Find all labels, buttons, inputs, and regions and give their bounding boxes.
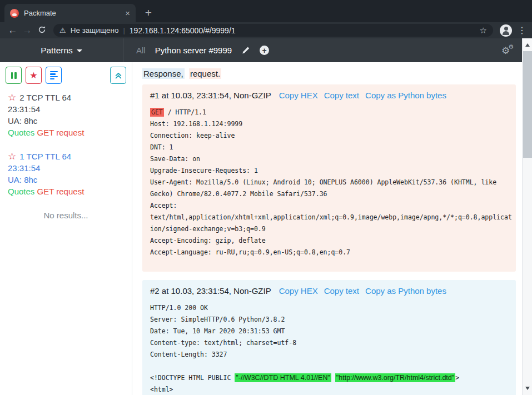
add-channel-icon[interactable]: +: [260, 46, 269, 55]
copy-python-bytes-link[interactable]: Copy as Python bytes: [365, 286, 446, 296]
channel-tabs: All Python server #9999 +: [123, 46, 501, 55]
copy-python-bytes-link[interactable]: Copy as Python bytes: [365, 91, 446, 100]
browser-menu-icon[interactable]: ⋮: [518, 25, 526, 36]
legend-response-chip: Response,: [142, 68, 185, 79]
packets-panel: Response, request. #1 at 10.03, 23:31:54…: [132, 62, 523, 395]
app-navbar: Patterns All Python server #9999 + ⚙ ⚙: [0, 38, 532, 62]
list-lines-icon: [50, 71, 58, 79]
no-results-label: No results...: [0, 211, 132, 220]
favorites-button[interactable]: ★: [26, 67, 42, 84]
triangle-up-icon: [525, 43, 530, 47]
pattern-match-quote-2: "http://www.w3.org/TR/html4/strict.dtd": [335, 373, 455, 382]
chevron-down-icon: [77, 49, 82, 52]
tab-current-channel[interactable]: Python server #9999: [155, 46, 232, 55]
stream-time: 23:31:54: [8, 162, 124, 174]
url-text[interactable]: 192.168.1.124:65000/#/9999/1: [130, 26, 475, 35]
pause-icon: [11, 72, 17, 79]
stream-patterns: Quotes GET request: [8, 127, 124, 138]
stream-item[interactable]: ☆ 2 TCP TTL 64 23:31:54 UA: 8hc Quotes G…: [0, 92, 132, 138]
url-divider: |: [123, 26, 125, 34]
stream-title: 1 TCP TTL 64: [19, 151, 71, 162]
packet-card-request: #1 at 10.03, 23:31:54, Non-GZIP Copy HEX…: [142, 84, 516, 272]
pattern-match-get: GET: [150, 108, 164, 117]
legend-request-chip: request.: [189, 68, 221, 79]
browser-window: Packmate × + ← → ⚠ Не защищено | 192.168…: [0, 0, 532, 395]
double-chevron-up-icon: [115, 72, 122, 79]
patterns-dropdown[interactable]: Patterns: [0, 38, 123, 62]
warning-icon: ⚠: [59, 26, 66, 34]
new-tab-button[interactable]: +: [140, 4, 157, 21]
packet-text: / HTTP/1.1 Host: 192.168.1.124:9999 Conn…: [150, 108, 512, 256]
filter-list-button[interactable]: [46, 67, 62, 84]
address-bar[interactable]: ⚠ Не защищено | 192.168.1.124:65000/#/99…: [53, 24, 493, 37]
pattern-tag-get-request[interactable]: GET request: [37, 187, 84, 196]
browser-tabstrip: Packmate × +: [0, 0, 532, 22]
pattern-tag-quotes[interactable]: Quotes: [8, 128, 34, 137]
browser-tab[interactable]: Packmate ×: [4, 4, 136, 22]
scrollbar-thumb[interactable]: [523, 51, 532, 158]
reload-icon[interactable]: [34, 26, 49, 36]
streams-sidebar: ★ ☆ 2 TCP TTL 64 23:31:54 U: [0, 62, 132, 395]
pause-button[interactable]: [6, 67, 22, 84]
app-content: ★ ☆ 2 TCP TTL 64 23:31:54 U: [0, 62, 532, 395]
direction-legend: Response, request.: [142, 69, 523, 78]
stream-time: 23:31:54: [8, 103, 124, 115]
packet-header: #2 at 10.03, 23:31:54, Non-GZIP Copy HEX…: [150, 286, 511, 296]
packet-header: #1 at 10.03, 23:31:54, Non-GZIP Copy HEX…: [150, 91, 511, 100]
settings-gears-icon[interactable]: ⚙ ⚙: [501, 44, 514, 57]
page-scrollbar[interactable]: [522, 38, 532, 395]
packet-text: HTTP/1.0 200 OK Server: SimpleHTTP/0.6 P…: [150, 304, 296, 382]
forward-icon[interactable]: →: [20, 26, 34, 35]
favorite-star-icon[interactable]: ☆: [8, 93, 16, 102]
back-icon[interactable]: ←: [6, 26, 20, 35]
bookmark-star-icon[interactable]: ☆: [480, 26, 487, 36]
stream-ua: UA: 8hc: [8, 115, 124, 127]
security-label[interactable]: Не защищено: [71, 26, 119, 34]
pattern-tag-quotes[interactable]: Quotes: [8, 187, 34, 196]
packet-text: [331, 374, 335, 382]
pattern-tag-get-request[interactable]: GET request: [37, 128, 84, 137]
copy-hex-link[interactable]: Copy HEX: [279, 91, 318, 100]
patterns-label: Patterns: [41, 46, 73, 56]
packmate-favicon-icon: [10, 9, 19, 18]
stream-patterns: Quotes GET request: [8, 186, 124, 197]
pattern-match-quote-1: "-//W3C//DTD HTML 4.01//EN": [235, 373, 331, 382]
sidebar-toolbar: ★: [0, 67, 132, 84]
packet-title: #1 at 10.03, 23:31:54, Non-GZIP: [150, 91, 271, 100]
stream-item-selected[interactable]: ☆ 1 TCP TTL 64 23:31:54 UA: 8hc Quotes G…: [0, 151, 132, 197]
profile-avatar[interactable]: [500, 24, 512, 37]
favorite-star-icon[interactable]: ☆: [8, 152, 16, 161]
packet-title: #2 at 10.03, 23:31:54, Non-GZIP: [150, 286, 271, 296]
star-icon: ★: [29, 70, 37, 81]
browser-toolbar: ← → ⚠ Не защищено | 192.168.1.124:65000/…: [0, 22, 532, 38]
stream-title: 2 TCP TTL 64: [19, 92, 71, 103]
scroll-down-arrow[interactable]: [523, 383, 532, 393]
tab-title: Packmate: [24, 9, 120, 17]
tab-all[interactable]: All: [136, 46, 146, 55]
scroll-up-arrow[interactable]: [523, 40, 532, 50]
stream-ua: UA: 8hc: [8, 174, 124, 186]
copy-text-link[interactable]: Copy text: [324, 91, 359, 100]
edit-pencil-icon[interactable]: [241, 46, 250, 55]
packet-card-response: #2 at 10.03, 23:31:54, Non-GZIP Copy HEX…: [142, 280, 516, 395]
tab-close-icon[interactable]: ×: [125, 9, 130, 17]
copy-hex-link[interactable]: Copy HEX: [279, 286, 318, 296]
packet-body: GET / HTTP/1.1 Host: 192.168.1.124:9999 …: [150, 107, 511, 258]
packet-body: HTTP/1.0 200 OK Server: SimpleHTTP/0.6 P…: [150, 302, 511, 395]
triangle-down-icon: [525, 387, 530, 390]
copy-text-link[interactable]: Copy text: [324, 286, 359, 296]
collapse-button[interactable]: [110, 67, 126, 84]
